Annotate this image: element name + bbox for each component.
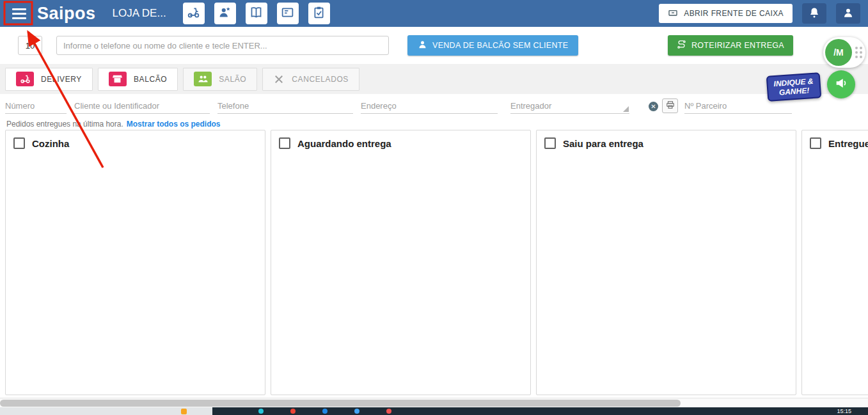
drag-handle-icon[interactable]	[855, 47, 862, 58]
column-select-checkbox[interactable]	[544, 137, 556, 149]
counter-sale-label: VENDA DE BALCÃO SEM CLIENTE	[432, 41, 568, 50]
column-select-checkbox[interactable]	[810, 137, 821, 149]
column-title: Saiu para entrega	[563, 138, 643, 149]
column-header: Entregue	[810, 137, 868, 149]
payment-terminal-nav-button[interactable]	[277, 3, 299, 24]
megaphone-icon	[834, 76, 848, 93]
hamburger-icon	[12, 8, 26, 10]
filter-endereco-input[interactable]	[361, 98, 498, 114]
taskbar-clock: 15:15	[837, 408, 851, 414]
bell-icon	[809, 7, 820, 20]
clear-filter-button[interactable]: ✕	[649, 102, 658, 111]
storefront-icon	[109, 72, 127, 86]
taskbar-app-icon[interactable]	[386, 409, 391, 414]
tab-label: CANCELADOS	[292, 75, 349, 84]
status-text: Pedidos entregues na última hora.	[6, 120, 123, 129]
topbar: Saipos LOJA DE... ABRIR FRENTE DE CAIXA	[0, 0, 868, 27]
orders-nav-button[interactable]	[308, 3, 330, 24]
os-taskbar: 15:15	[0, 407, 868, 415]
announcements-button[interactable]	[827, 70, 855, 98]
filter-numero-input[interactable]	[5, 98, 67, 114]
tab-salao[interactable]: SALÃO	[183, 68, 257, 91]
store-name[interactable]: LOJA DE...	[113, 7, 166, 20]
orders-board: Cozinha Aguardando entrega Saiu para ent…	[0, 129, 868, 398]
filter-cliente-input[interactable]	[74, 98, 210, 114]
clipboard-check-icon	[312, 6, 326, 21]
column-header: Cozinha	[13, 137, 257, 149]
referral-promo-badge[interactable]: INDIQUE & GANHE!	[766, 72, 822, 102]
order-count-input[interactable]	[18, 36, 42, 55]
tab-strip: DELIVERY BALCÃO SALÃO CANCELADOS INDIQUE…	[0, 64, 868, 94]
column-saiu-para-entrega: Saiu para entrega	[536, 130, 796, 395]
column-entregue: Entregue	[801, 130, 868, 395]
tab-label: SALÃO	[219, 75, 246, 84]
saipos-logo: Saipos	[37, 4, 96, 24]
promo-line2: GANHE!	[774, 86, 814, 97]
tab-label: DELIVERY	[41, 75, 82, 84]
open-cashier-button[interactable]: ABRIR FRENTE DE CAIXA	[659, 4, 793, 23]
filter-entregador-wrap	[510, 98, 629, 114]
dropdown-corner-icon	[623, 106, 629, 112]
column-select-checkbox[interactable]	[279, 137, 290, 149]
taskbar-app-icon[interactable]	[258, 409, 264, 414]
notifications-button[interactable]	[802, 3, 826, 24]
tab-label: BALCÃO	[134, 75, 167, 84]
x-mark-icon	[273, 74, 285, 85]
tab-delivery[interactable]: DELIVERY	[5, 68, 93, 91]
order-entry-row: VENDA DE BALCÃO SEM CLIENTE ROTEIRIZAR E…	[0, 27, 868, 64]
column-header: Aguardando entrega	[279, 137, 523, 149]
status-line: Pedidos entregues na última hora. Mostra…	[0, 118, 868, 129]
scooter-icon	[187, 6, 200, 21]
show-all-orders-link[interactable]: Mostrar todos os pedidos	[127, 120, 221, 129]
taskbar-app-icon[interactable]	[290, 409, 296, 414]
column-title: Entregue	[828, 138, 868, 149]
support-widget[interactable]: /M	[823, 37, 865, 68]
customers-nav-button[interactable]	[214, 3, 236, 24]
open-book-icon	[249, 6, 263, 21]
tab-cancelados[interactable]: CANCELADOS	[262, 68, 359, 91]
print-filter-button[interactable]	[662, 98, 678, 113]
customer-search-input[interactable]	[56, 36, 389, 55]
cash-drawer-icon	[668, 8, 678, 20]
filter-telefone-input[interactable]	[217, 98, 353, 114]
menu-book-nav-button[interactable]	[246, 3, 267, 24]
printer-icon	[666, 100, 675, 111]
avatar: /M	[825, 39, 852, 66]
taskbar-app-icon[interactable]	[322, 409, 327, 414]
tab-balcao[interactable]: BALCÃO	[98, 68, 178, 91]
topbar-right: ABRIR FRENTE DE CAIXA	[659, 3, 860, 24]
filter-entregador-select[interactable]	[510, 98, 629, 114]
route-icon	[677, 40, 686, 51]
person-icon	[842, 7, 854, 20]
person-star-icon	[218, 6, 232, 21]
scrollbar-thumb[interactable]	[0, 400, 681, 407]
route-delivery-label: ROTEIRIZAR ENTREGA	[691, 41, 784, 50]
horizontal-scrollbar[interactable]	[0, 398, 868, 407]
hamburger-menu-button[interactable]	[8, 3, 31, 24]
column-aguardando-entrega: Aguardando entrega	[271, 130, 531, 395]
payment-terminal-icon	[281, 6, 294, 21]
scooter-icon	[16, 72, 34, 86]
open-cashier-label: ABRIR FRENTE DE CAIXA	[684, 9, 784, 18]
column-title: Aguardando entrega	[297, 138, 391, 149]
counter-sale-button[interactable]: VENDA DE BALCÃO SEM CLIENTE	[407, 35, 578, 56]
person-icon	[418, 40, 427, 51]
people-icon	[194, 72, 212, 86]
column-cozinha: Cozinha	[5, 130, 265, 395]
route-delivery-button[interactable]: ROTEIRIZAR ENTREGA	[668, 35, 793, 56]
column-title: Cozinha	[32, 138, 69, 149]
filter-row: ✕	[0, 94, 868, 118]
account-button[interactable]	[836, 3, 860, 24]
taskbar-app-icon[interactable]	[354, 409, 359, 414]
column-select-checkbox[interactable]	[13, 137, 25, 149]
column-header: Saiu para entrega	[544, 137, 788, 149]
taskbar-app-icon[interactable]	[181, 409, 187, 414]
delivery-nav-button[interactable]	[183, 3, 205, 24]
